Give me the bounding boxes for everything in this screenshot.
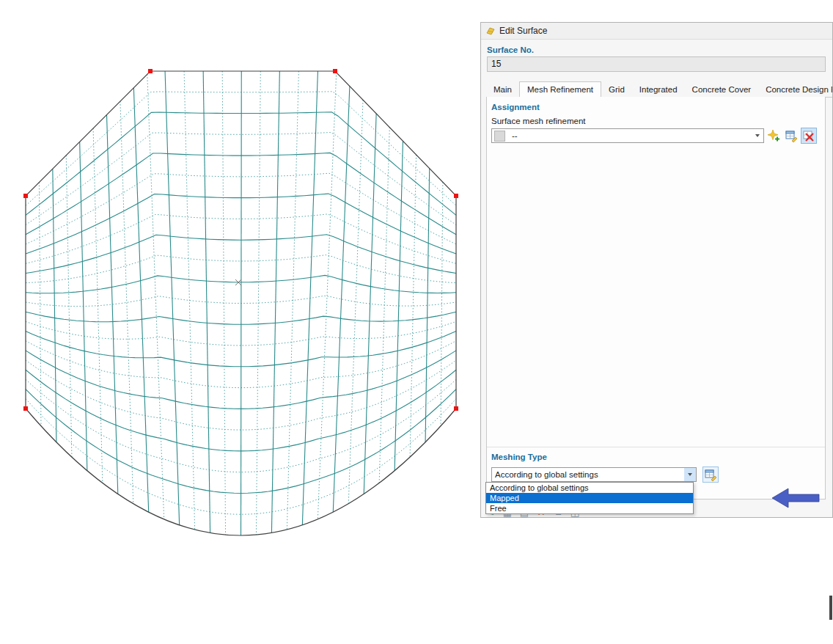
option-according-to-global-settings[interactable]: According to global settings [486,483,693,493]
chevron-down-icon[interactable] [752,129,763,142]
surface-mesh-refinement-combo[interactable]: -- [491,128,764,143]
meshing-type-dropdown: According to global settings Mapped Free [485,482,694,514]
delete-icon [803,130,815,142]
tab-concrete-design-properties[interactable]: Concrete Design Proper [758,82,832,98]
surface-no-label: Surface No. [487,45,534,54]
combo-value: -- [509,131,752,140]
tab-concrete-cover[interactable]: Concrete Cover [685,82,759,98]
edit-meshing-settings-button[interactable] [702,466,719,483]
edit-settings-icon [705,469,717,481]
combo-value: According to global settings [492,470,684,479]
tab-content-panel: Assignment Surface mesh refinement -- [486,97,826,500]
surface-icon [485,26,496,36]
assignment-header: Assignment [491,103,540,111]
tab-mesh-refinement[interactable]: Mesh Refinement [519,81,601,98]
delete-mesh-refinement-button[interactable] [801,128,817,144]
option-mapped[interactable]: Mapped [486,493,693,503]
color-swatch [494,131,505,142]
section-divider [487,447,825,447]
tab-bar: Main Mesh Refinement Grid Integrated Con… [486,81,832,98]
dialog-titlebar[interactable]: Edit Surface [481,23,832,40]
annotation-arrow-left-icon [768,485,821,511]
new-icon [767,129,780,142]
meshing-type-combo[interactable]: According to global settings [491,467,697,482]
tab-integrated[interactable]: Integrated [632,82,685,98]
edit-mesh-refinement-button[interactable] [783,128,799,144]
tab-main[interactable]: Main [486,82,519,98]
surface-no-field[interactable]: 15 [487,56,826,72]
surface-mesh-view[interactable] [0,0,484,565]
screen: Edit Surface Surface No. 15 Main Mesh Re… [0,0,833,644]
dialog-title: Edit Surface [499,26,547,36]
edit-surface-dialog: Edit Surface Surface No. 15 Main Mesh Re… [480,22,833,518]
tab-grid[interactable]: Grid [601,82,632,98]
chevron-down-icon[interactable] [684,468,696,481]
option-free[interactable]: Free [486,503,693,513]
meshing-type-header: Meshing Type [491,453,547,461]
edit-icon [785,130,798,142]
new-mesh-refinement-button[interactable] [766,128,782,144]
surface-mesh-refinement-label: Surface mesh refinement [491,117,585,125]
window-edge-fragment [829,596,832,620]
